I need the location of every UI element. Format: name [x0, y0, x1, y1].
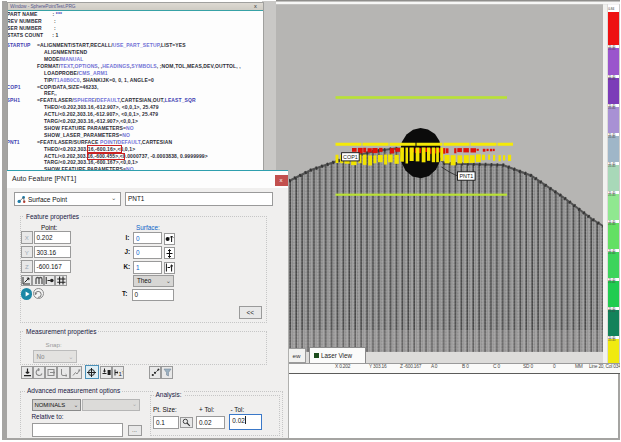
svg-text:0.84: 0.84 [608, 7, 614, 11]
svg-text:25.45: 25.45 [608, 193, 616, 197]
svg-text:PNT1: PNT1 [459, 173, 473, 179]
svg-text:1ᵀ: 1ᵀ [119, 371, 123, 377]
svg-text:25.45: 25.45 [608, 106, 616, 110]
svg-text:25.45: 25.45 [608, 47, 616, 51]
svg-text:25.45: 25.45 [608, 222, 616, 226]
svg-text:25.45: 25.45 [608, 164, 616, 168]
svg-text:25.45: 25.45 [608, 309, 616, 313]
svg-text:25.45: 25.45 [608, 338, 616, 342]
svg-text:25.45: 25.45 [608, 77, 616, 81]
svg-text:25.45: 25.45 [608, 135, 616, 139]
svg-text:COP1: COP1 [343, 154, 358, 160]
svg-text:25.45: 25.45 [608, 251, 616, 255]
svg-text:25.45: 25.45 [608, 280, 616, 284]
